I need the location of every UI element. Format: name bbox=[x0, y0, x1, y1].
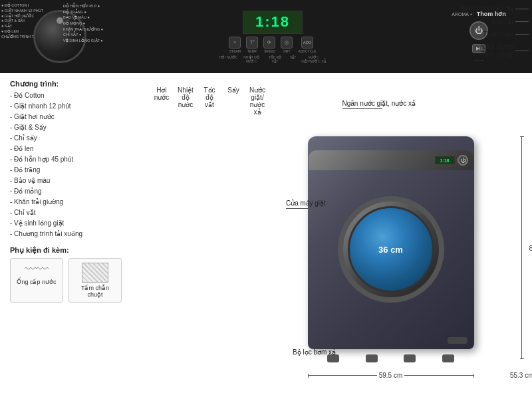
cua-may-annotation: Cửa máy giặt bbox=[286, 200, 326, 209]
width-label: 59.5 cm bbox=[377, 372, 405, 379]
display-time: 1:18 bbox=[255, 13, 290, 31]
prog-14: - Chương trình tải xuống bbox=[10, 230, 82, 237]
label-toc-do: TỐC ĐỘ VẮT bbox=[265, 55, 285, 63]
mini-display: 1:18 bbox=[435, 156, 455, 164]
machine-foot-4 bbox=[442, 354, 454, 362]
prog-12: - Chỉ vắt bbox=[10, 209, 35, 216]
dry-icon-item[interactable]: ◎ DRY bbox=[281, 37, 293, 53]
height-dimension: 85 cm bbox=[520, 136, 524, 359]
dry-icon[interactable]: ◎ bbox=[281, 37, 293, 49]
hose-icon: 〰〰 bbox=[25, 263, 49, 277]
acc-label-ong: Ống cấp nước bbox=[17, 279, 56, 285]
settings-text: - - - - bbox=[475, 59, 483, 63]
left-column: Chương trình: - Đồ Cotton - Giặt nhanh 1… bbox=[10, 80, 140, 392]
depth-label: 55.3 cm bbox=[510, 372, 532, 379]
prog-7: - Đồ hỗn hợp 45 phút bbox=[10, 156, 73, 163]
mat-icon bbox=[82, 263, 108, 283]
machine-door-inner[interactable]: 36 cm bbox=[348, 206, 434, 293]
machine-power-indicator: ⏻ bbox=[458, 155, 468, 166]
addcycle-icon[interactable]: ADD bbox=[301, 37, 313, 49]
label-hoi-nuoc: HƠI NƯỚC bbox=[219, 55, 238, 63]
machine-body: 1:18 ⏻ 36 cm bbox=[308, 136, 474, 349]
prog-1: - Đồ Cotton bbox=[10, 92, 45, 99]
label-say: SẤY bbox=[287, 55, 299, 63]
machine-feet bbox=[315, 354, 467, 362]
programs-list: - Đồ Cotton - Giặt nhanh 12 phút - Giặt … bbox=[10, 90, 140, 239]
ann-man-hinh: Màn hình hiển thị bbox=[462, 5, 513, 13]
acc-items: 〰〰 Ống cấp nước Tấm chắn chuột bbox=[10, 258, 133, 303]
prog-13: - Vệ sinh lồng giặt bbox=[10, 219, 64, 227]
acc-title: Phụ kiện đi kèm: bbox=[10, 246, 133, 255]
machine-door-ring[interactable]: 36 cm bbox=[338, 196, 444, 303]
say-label: Sấy bbox=[222, 86, 245, 94]
bo-loc-annotation: Bộ lọc bơm xả bbox=[293, 348, 336, 356]
ngan-nuoc-annotation: Ngăn nước giặt, nước xả bbox=[342, 100, 416, 109]
acc-ong-cap-nuoc: 〰〰 Ống cấp nước bbox=[10, 258, 63, 303]
label-nhiet-do: NHIỆT ĐỘ NƯỚC bbox=[240, 55, 263, 63]
machine-foot-3 bbox=[404, 354, 416, 362]
acc-label-tam: Tấm chắn chuột bbox=[74, 285, 116, 298]
filter-panel bbox=[448, 337, 467, 344]
temp-icon[interactable]: T° bbox=[246, 37, 258, 49]
machine-foot-2 bbox=[366, 354, 378, 362]
right-section: Ngăn nước giặt, nước xả 1:18 ⏻ 36 cm bbox=[279, 80, 522, 392]
door-dimension-label: 36 cm bbox=[378, 245, 403, 255]
toc-do-label: Tốcđộvắt bbox=[198, 86, 221, 108]
label-nuoc-giat: NƯỚC GIẶT/NƯỚC XẢ bbox=[301, 55, 327, 63]
washing-machine: 1:18 ⏻ 36 cm bbox=[308, 123, 494, 362]
panel-annotations: Màn hình hiển thị Bật/Tắt Thơm hơn Khởi … bbox=[462, 5, 529, 58]
depth-dimension: 55.3 cm bbox=[510, 372, 532, 379]
prog-8: - Đồ trắng bbox=[10, 166, 40, 174]
main-content: Chương trình: - Đồ Cotton - Giặt nhanh 1… bbox=[0, 73, 532, 399]
machine-top-panel: 1:18 ⏻ bbox=[309, 150, 473, 170]
prog-9: - Bảo vệ màu bbox=[10, 177, 50, 184]
prog-3: - Giặt hơi nước bbox=[10, 113, 55, 120]
addcycle-icon-item[interactable]: ADD ADDCYCLE bbox=[298, 37, 316, 53]
programs-right-text: ĐỒ HỖN HỢP 45 P ● ĐỒ TRẮNG ● BẢO VỆ MÀU … bbox=[63, 3, 116, 44]
speed-icon-item[interactable]: ⟳ SPEED bbox=[263, 37, 275, 53]
prog-11: - Khăn trải giường bbox=[10, 198, 63, 205]
display-screen: 1:18 bbox=[243, 11, 303, 34]
control-panel: ● ĐỒ COTTON I ● GIẶT NHANH 12 PHÚT ● GIẶ… bbox=[0, 0, 532, 73]
center-labels: Hơinước Nhiệtđộnước Tốcđộvắt Sấy Nướcgiặ… bbox=[150, 80, 269, 392]
speed-icon[interactable]: ⟳ bbox=[263, 37, 275, 49]
panel-center: 1:18 ≈ STEAM T° TEMP. ⟳ SPEED ◎ DRY ADD … bbox=[120, 0, 426, 73]
height-label: 85 cm bbox=[529, 244, 532, 252]
width-dimension: 59.5 cm bbox=[308, 372, 474, 379]
prog-6: - Đồ len bbox=[10, 145, 33, 152]
ann-bat-tat: Bật/Tắt bbox=[491, 18, 513, 25]
prog-5: - Chỉ sấy bbox=[10, 134, 37, 142]
hoi-nuoc-label: Hơinước bbox=[150, 86, 174, 101]
acc-tam-chan-chuot: Tấm chắn chuột bbox=[68, 258, 122, 303]
nuoc-giat-label: Nướcgiặt/nước xả bbox=[246, 86, 269, 116]
prog-4: - Giặt & Sấy bbox=[10, 124, 47, 131]
ann-khoi-dong: Khởi động/Tạm dừng bbox=[481, 43, 513, 58]
icons-row: ≈ STEAM T° TEMP. ⟳ SPEED ◎ DRY ADD ADDCY… bbox=[229, 37, 316, 53]
temp-icon-item[interactable]: T° TEMP. bbox=[246, 37, 258, 53]
prog-2: - Giặt nhanh 12 phút bbox=[10, 102, 71, 110]
nhiet-do-label: Nhiệtđộnước bbox=[174, 86, 198, 108]
panel-left: ● ĐỒ COTTON I ● GIẶT NHANH 12 PHÚT ● GIẶ… bbox=[0, 0, 120, 73]
accessories-section: Phụ kiện đi kèm: 〰〰 Ống cấp nước Tấm chắ… bbox=[10, 246, 133, 303]
chuong-trinh-title: Chương trình: bbox=[10, 80, 140, 88]
prog-10: - Đồ mỏng bbox=[10, 188, 42, 195]
steam-icon[interactable]: ≈ bbox=[229, 37, 241, 49]
ann-thom-hon: Thơm hơn bbox=[483, 31, 513, 38]
steam-icon-item[interactable]: ≈ STEAM bbox=[229, 37, 241, 53]
